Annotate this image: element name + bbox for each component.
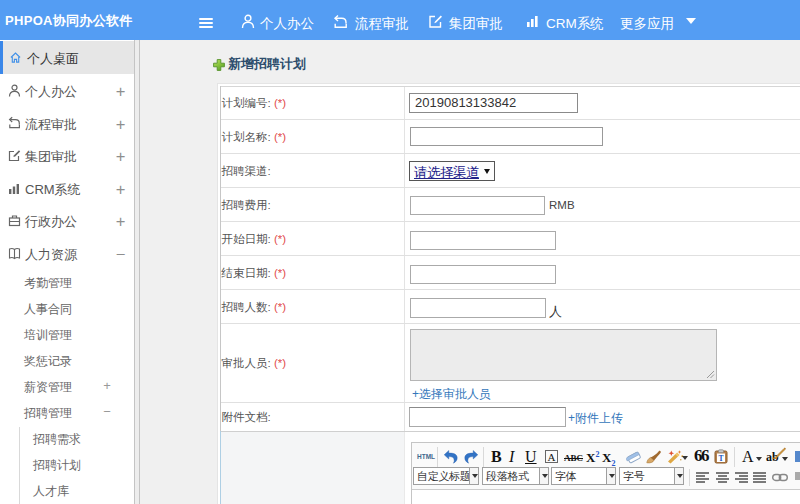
- svg-text:T: T: [718, 454, 723, 463]
